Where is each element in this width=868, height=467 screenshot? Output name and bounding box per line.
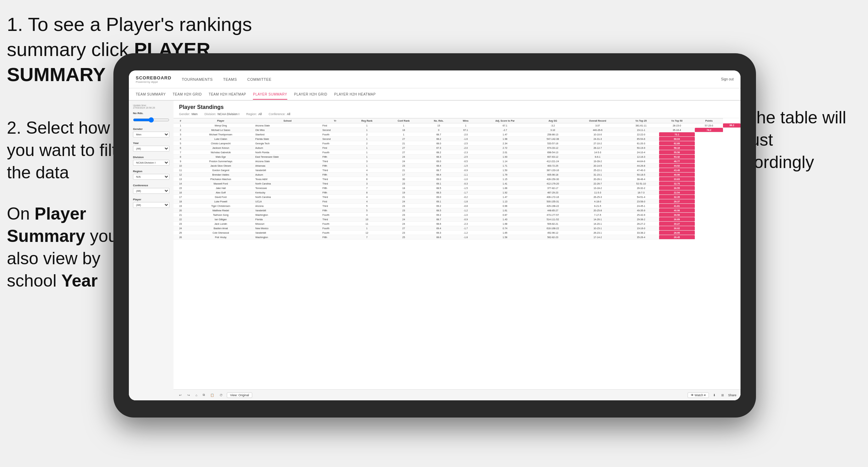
sign-out-link[interactable]: Sign out	[721, 77, 734, 81]
table-row: 13Phichaksn MaichonTexas A&MThird63069.0…	[174, 177, 741, 181]
copy-btn[interactable]: ⧉	[201, 392, 206, 398]
region-select[interactable]: N/A	[133, 174, 169, 180]
table-cell: 467-29-23	[533, 190, 572, 195]
table-row: 5Christo LamprechtGeorgia TechFourth2216…	[174, 141, 741, 146]
table-cell: 21	[385, 141, 422, 146]
table-header-row: # Player School Yr Reg Rank Conf Rank No…	[174, 119, 741, 123]
table-cell: 1.98	[477, 137, 534, 141]
table-cell: -2.0	[455, 146, 476, 150]
no-rds-slider[interactable]	[133, 117, 169, 123]
table-row: 14Maxwell FordNorth CarolinaThird32369.1…	[174, 181, 741, 186]
table-cell: Third	[321, 204, 349, 208]
division-section: Division NCAA Division I	[133, 156, 169, 166]
table-cell: David Ford	[188, 195, 254, 199]
subnav-team-h2h-heatmap[interactable]: TEAM H2H HEATMAP	[209, 90, 246, 99]
table-cell: 1.68	[477, 222, 534, 226]
table-cell: Second	[321, 128, 349, 132]
subnav-player-h2h-grid[interactable]: PLAYER H2H GRID	[294, 90, 327, 99]
table-cell: 1	[349, 128, 385, 132]
table-cell: 26-25-3	[572, 195, 623, 199]
table-cell: 23	[385, 181, 422, 186]
table-cell: 1	[174, 123, 188, 128]
table-cell: 448-85-27	[533, 208, 572, 213]
table-cell: 1	[349, 155, 385, 159]
table-cell: 3.10	[533, 128, 572, 132]
table-cell: 24	[385, 222, 422, 226]
table-cell: 1.47	[477, 132, 534, 137]
table-cell: 68.2	[423, 150, 455, 155]
table-cell: 1.66	[477, 186, 534, 190]
clock-btn[interactable]: ⏱	[218, 393, 224, 398]
table-cell: 1.50	[477, 168, 534, 173]
nav-committee[interactable]: COMMITTEE	[247, 77, 272, 81]
table-cell: Fourth	[321, 231, 349, 235]
player-select[interactable]: (All)	[133, 202, 169, 208]
table-cell: 19-39-2	[572, 159, 623, 164]
table-cell: 20-14-5	[572, 164, 623, 168]
table-cell: 6	[174, 146, 188, 150]
view-original-btn[interactable]: View: Original	[227, 392, 252, 398]
subnav-team-h2h-grid[interactable]: TEAM H2H GRID	[173, 90, 202, 99]
table-cell: 381-61-11	[623, 123, 659, 128]
table-cell: Fifth	[321, 186, 349, 190]
gender-select[interactable]: Men	[133, 132, 169, 137]
table-cell: 69.1	[423, 199, 455, 204]
share-btn[interactable]: Share	[728, 393, 736, 397]
bottom-toolbar: ↩ ↪ ⌂ ⧉ 📋 ⏱ View: Original 👁 Watch ▾ ⬇ ⊞…	[174, 389, 741, 400]
nav-teams[interactable]: TEAMS	[223, 77, 237, 81]
nav-tournaments[interactable]: TOURNAMENTS	[182, 77, 213, 81]
table-cell: 18	[385, 128, 422, 132]
table-scroll[interactable]: # Player School Yr Reg Rank Conf Rank No…	[174, 118, 741, 389]
table-cell: 43.49	[659, 168, 695, 173]
table-cell: Phichaksn Maichon	[188, 177, 254, 181]
conference-select[interactable]: (All)	[133, 188, 169, 194]
table-cell: 21	[174, 213, 188, 217]
table-cell: 78.2	[695, 128, 723, 132]
table-cell: -1.7	[455, 226, 476, 231]
table-cell: 1.13	[477, 199, 534, 204]
gender-filter-label: Gender:	[179, 112, 190, 116]
table-cell: 15	[423, 123, 455, 128]
table-cell: 26-32-2	[623, 186, 659, 190]
division-select[interactable]: NCAA Division I	[133, 160, 169, 166]
table-cell: 14	[174, 181, 188, 186]
region-section: Region N/A	[133, 170, 169, 180]
table-cell: -0.3	[455, 181, 476, 186]
table-cell: 429-198-22	[533, 204, 572, 208]
table-row: 16Alex GoffKentuckyFifth81968.3-1.71.924…	[174, 190, 741, 195]
table-cell: Third	[321, 217, 349, 222]
table-cell: 1.14	[477, 159, 534, 164]
subnav-team-summary[interactable]: TEAM SUMMARY	[136, 90, 166, 99]
table-cell: 605-96-18	[533, 173, 572, 177]
year-select[interactable]: (All)	[133, 146, 169, 152]
table-cell: 18-7-3	[623, 190, 659, 195]
download-btn[interactable]: ⬇	[712, 393, 717, 398]
home-btn[interactable]: ⌂	[194, 393, 199, 398]
table-cell: Fifth	[321, 173, 349, 177]
table-cell: Fourth	[321, 213, 349, 217]
division-filter-value: NCAA Division I	[218, 112, 240, 116]
no-rds-section: No Rds.	[133, 112, 169, 123]
table-cell: 4	[349, 213, 385, 217]
undo-btn[interactable]: ↩	[178, 393, 183, 398]
table-cell: Alex Goff	[188, 190, 254, 195]
table-cell: 1.56	[477, 235, 534, 240]
table-cell: Third	[321, 181, 349, 186]
redo-btn[interactable]: ↪	[186, 393, 191, 398]
table-cell: 1	[385, 123, 422, 128]
paste-btn[interactable]: 📋	[209, 393, 215, 398]
table-cell: Vanderbilt	[254, 231, 321, 235]
subnav-player-summary[interactable]: PLAYER SUMMARY	[253, 90, 287, 100]
table-cell: 2.34	[477, 141, 534, 146]
table-row: 19Tiger ChristensenArizonaThird52369.2-0…	[174, 204, 741, 208]
main-content: Update time: 27/03/2024 16:56:26 No Rds.…	[129, 101, 741, 400]
table-cell: Fourth	[321, 141, 349, 146]
watch-btn[interactable]: 👁 Watch ▾	[688, 392, 709, 398]
table-cell: -1.5	[455, 186, 476, 190]
table-cell: -1.1	[455, 173, 476, 177]
grid-btn[interactable]: ⊞	[720, 393, 725, 398]
table-cell: 67.1	[455, 128, 476, 132]
subnav-player-h2h-heatmap[interactable]: PLAYER H2H HEATMAP	[334, 90, 376, 99]
table-cell: 18	[174, 199, 188, 204]
table-cell: 40.96	[659, 173, 695, 177]
